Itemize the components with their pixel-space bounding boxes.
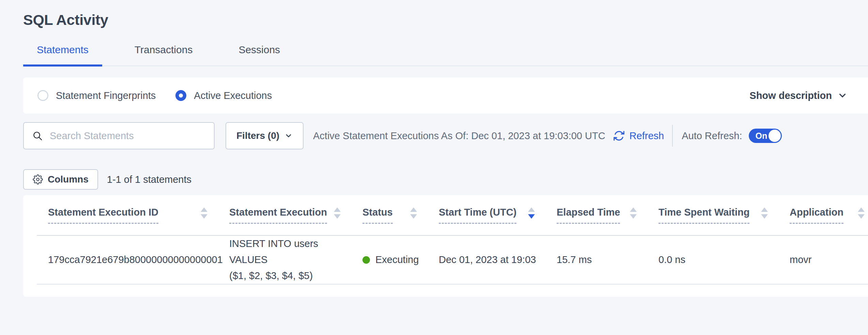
cell-status: Executing xyxy=(362,254,439,265)
sort-icon[interactable] xyxy=(201,207,207,223)
tab-bar: Statements Transactions Sessions xyxy=(23,44,868,66)
radio-active-executions[interactable]: Active Executions xyxy=(175,90,272,101)
sort-up-icon xyxy=(761,207,768,212)
sort-up-icon xyxy=(201,207,207,212)
columns-label: Columns xyxy=(48,174,89,185)
column-header[interactable]: Elapsed Time xyxy=(557,207,658,224)
page-title: SQL Activity xyxy=(23,12,868,28)
status-label: Executing xyxy=(375,254,419,265)
sort-icon[interactable] xyxy=(528,207,535,223)
radio-label: Statement Fingerprints xyxy=(56,90,156,101)
column-header-label: Application xyxy=(790,207,843,224)
radio-statement-fingerprints[interactable]: Statement Fingerprints xyxy=(37,90,156,101)
table-row[interactable]: 179cca7921e679b80000000000000001 INSERT … xyxy=(23,236,868,284)
column-header[interactable]: Status xyxy=(362,207,439,224)
show-description-button[interactable]: Show description xyxy=(749,90,848,101)
sort-up-icon xyxy=(410,207,417,212)
sort-down-icon xyxy=(761,214,768,219)
column-header[interactable]: Statement Execution ID xyxy=(48,207,229,224)
statement-line-1: INSERT INTO users VALUES xyxy=(229,236,346,268)
row-divider xyxy=(37,284,868,285)
sort-up-icon xyxy=(858,207,865,212)
columns-button[interactable]: Columns xyxy=(23,169,98,190)
column-header-label: Status xyxy=(362,207,393,224)
refresh-icon xyxy=(613,130,625,142)
sort-icon[interactable] xyxy=(334,207,341,223)
filters-label: Filters (0) xyxy=(236,130,279,141)
sql-activity-page: SQL Activity Statements Transactions Ses… xyxy=(0,0,868,297)
sort-up-icon xyxy=(528,207,535,212)
results-count: 1-1 of 1 statements xyxy=(107,174,191,185)
column-header-label: Statement Execution xyxy=(229,207,327,224)
status-executing-icon xyxy=(362,256,370,264)
sort-icon[interactable] xyxy=(630,207,637,223)
statements-table: Statement Execution ID Statement Executi… xyxy=(23,195,868,297)
radio-selected-icon[interactable] xyxy=(175,90,186,101)
view-mode-panel: Statement Fingerprints Active Executions… xyxy=(23,77,868,114)
sort-down-icon xyxy=(630,214,637,219)
sort-down-icon xyxy=(528,214,535,219)
filters-button[interactable]: Filters (0) xyxy=(226,122,304,149)
chevron-down-icon xyxy=(284,132,293,140)
sort-icon[interactable] xyxy=(761,207,768,223)
column-header-label: Time Spent Waiting xyxy=(658,207,749,224)
toggle-knob[interactable] xyxy=(769,130,781,142)
refresh-label: Refresh xyxy=(630,130,664,142)
auto-refresh-label: Auto Refresh: xyxy=(682,130,742,142)
tab-sessions[interactable]: Sessions xyxy=(225,44,294,67)
table-header-row: Statement Execution ID Statement Executi… xyxy=(23,195,868,235)
sort-up-icon xyxy=(630,207,637,212)
tab-statements[interactable]: Statements xyxy=(23,44,102,67)
sort-down-icon xyxy=(410,214,417,219)
column-header-label: Start Time (UTC) xyxy=(439,207,516,224)
sort-down-icon xyxy=(858,214,865,219)
chevron-down-icon xyxy=(837,90,848,101)
column-header[interactable]: Start Time (UTC) xyxy=(439,207,557,224)
tab-transactions[interactable]: Transactions xyxy=(121,44,206,67)
sort-down-icon xyxy=(201,214,207,219)
column-header-label: Statement Execution ID xyxy=(48,207,158,224)
radio-unselected-icon[interactable] xyxy=(37,90,48,101)
search-input[interactable] xyxy=(50,130,206,142)
table-controls: Columns 1-1 of 1 statements xyxy=(23,169,868,190)
auto-refresh-toggle[interactable]: On xyxy=(749,129,782,143)
cell-time-spent-waiting: 0.0 ns xyxy=(658,254,790,265)
toolbar: Filters (0) Active Statement Executions … xyxy=(23,122,868,149)
cell-elapsed-time: 15.7 ms xyxy=(557,254,658,265)
sort-icon[interactable] xyxy=(410,207,417,223)
column-header[interactable]: Application xyxy=(790,207,868,224)
as-of-timestamp: Active Statement Executions As Of: Dec 0… xyxy=(313,130,605,142)
sort-down-icon xyxy=(334,214,341,219)
sort-up-icon xyxy=(334,207,341,212)
cell-statement: INSERT INTO users VALUES ($1, $2, $3, $4… xyxy=(229,236,362,284)
search-icon xyxy=(32,130,43,141)
column-header-label: Elapsed Time xyxy=(557,207,620,224)
toggle-state-label: On xyxy=(755,131,767,141)
cell-start-time: Dec 01, 2023 at 19:03 xyxy=(439,254,557,265)
column-header[interactable]: Time Spent Waiting xyxy=(658,207,790,224)
show-description-label: Show description xyxy=(749,90,832,101)
gear-icon xyxy=(33,174,43,185)
sort-icon[interactable] xyxy=(858,207,865,223)
search-box[interactable] xyxy=(23,122,215,149)
cell-execution-id: 179cca7921e679b80000000000000001 xyxy=(48,254,229,265)
statement-line-2: ($1, $2, $3, $4, $5) xyxy=(229,268,346,284)
refresh-button[interactable]: Refresh xyxy=(613,130,664,142)
toolbar-divider xyxy=(672,125,673,147)
column-header[interactable]: Statement Execution xyxy=(229,207,362,224)
radio-label: Active Executions xyxy=(194,90,272,101)
cell-application: movr xyxy=(790,254,868,265)
